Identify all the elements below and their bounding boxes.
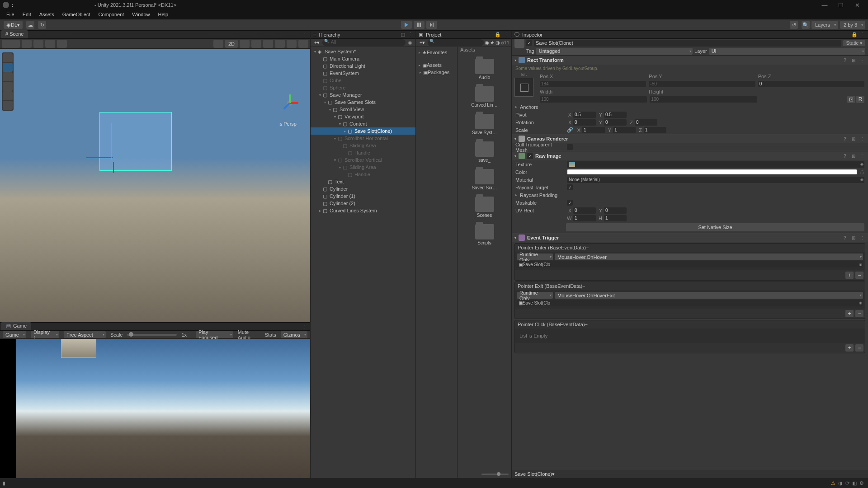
- orientation-gizmo-icon[interactable]: [278, 92, 301, 114]
- preset-icon[interactable]: ⊞: [850, 154, 857, 159]
- rect-tool[interactable]: [3, 91, 13, 100]
- raycast-target-checkbox[interactable]: ✓: [567, 184, 573, 190]
- assets-folder[interactable]: ▸▣ Assets: [417, 61, 456, 69]
- foldout-icon[interactable]: ▾: [514, 58, 516, 62]
- color-field[interactable]: [567, 169, 857, 175]
- gizmo-y-axis-icon[interactable]: [111, 123, 112, 160]
- hierarchy-node[interactable]: ▾◈Save System*: [311, 48, 415, 55]
- maximize-button[interactable]: ☐: [833, 2, 849, 9]
- event-target-field[interactable]: ▣ Save Slot(Clo: [517, 300, 863, 306]
- focus-dropdown[interactable]: Play Focused: [196, 331, 233, 338]
- projection-label[interactable]: ≤ Persp: [279, 121, 297, 127]
- project-folder[interactable]: Curved Lin…: [474, 86, 495, 108]
- status-icon-4[interactable]: ◧: [852, 480, 857, 486]
- project-lock-icon[interactable]: 🔒: [495, 32, 501, 38]
- project-folder[interactable]: Saved Scr…: [474, 169, 495, 190]
- game-viewport[interactable]: [0, 339, 310, 478]
- project-favorite-icon[interactable]: ★: [490, 40, 495, 46]
- 2d-toggle[interactable]: 2D: [225, 40, 238, 48]
- cull-transparent-checkbox[interactable]: [567, 144, 573, 150]
- hierarchy-popout-icon[interactable]: ◫: [401, 32, 405, 38]
- favorites-folder[interactable]: ▸★ Favorites: [417, 49, 456, 56]
- uv-h-field[interactable]: [604, 215, 627, 221]
- texture-field[interactable]: [567, 161, 864, 168]
- hierarchy-node[interactable]: ▾▢Scrollbar Vertical: [311, 156, 415, 164]
- menu-window[interactable]: Window: [128, 11, 153, 18]
- project-hidden-icon[interactable]: ◑: [495, 40, 500, 46]
- add-callback-button[interactable]: +: [845, 310, 854, 317]
- call-state-dropdown[interactable]: Runtime Only: [517, 253, 553, 260]
- help-icon[interactable]: ?: [842, 154, 848, 159]
- menu-help[interactable]: Help: [154, 11, 172, 18]
- preset-icon[interactable]: ⊞: [850, 58, 857, 63]
- camera-dropdown[interactable]: [287, 40, 297, 48]
- hierarchy-menu-icon[interactable]: ⋮: [408, 32, 413, 38]
- foldout-icon[interactable]: ▾: [514, 236, 516, 240]
- cloud-icon[interactable]: ☁: [26, 21, 34, 29]
- preset-icon[interactable]: ⊞: [850, 235, 857, 240]
- packages-folder[interactable]: ▸▣ Packages: [417, 69, 456, 76]
- hidden-toggle[interactable]: [275, 40, 285, 48]
- hierarchy-node[interactable]: ▢Cylinder: [311, 185, 415, 192]
- minimize-button[interactable]: —: [816, 2, 833, 9]
- anchors-foldout[interactable]: Anchors: [520, 104, 569, 110]
- component-menu-icon[interactable]: ⋮: [859, 58, 865, 63]
- project-folder[interactable]: save_: [474, 141, 495, 163]
- stats-toggle[interactable]: Stats: [265, 332, 276, 338]
- component-menu-icon[interactable]: ⋮: [859, 136, 865, 141]
- remove-event-button[interactable]: −: [586, 245, 589, 250]
- scene-tab[interactable]: # Scene: [1, 30, 28, 38]
- pivot-dropdown[interactable]: [22, 40, 32, 48]
- scene-selected-object[interactable]: [99, 112, 172, 171]
- hierarchy-filter-icon[interactable]: ◉: [406, 40, 414, 46]
- raw-mode-button[interactable]: R: [856, 96, 864, 103]
- material-field[interactable]: None (Material): [567, 177, 864, 183]
- menu-gameobject[interactable]: GameObject: [59, 11, 94, 18]
- play-button[interactable]: [401, 21, 412, 29]
- help-icon[interactable]: ?: [842, 136, 848, 141]
- width-field[interactable]: [540, 96, 647, 103]
- audio-toggle[interactable]: [251, 40, 261, 48]
- console-toggle[interactable]: ▮: [3, 480, 5, 486]
- scale-tool[interactable]: [3, 82, 13, 91]
- hierarchy-node[interactable]: ▢Handle: [311, 149, 415, 156]
- hierarchy-node[interactable]: ▢Cylinder (1): [311, 192, 415, 200]
- hierarchy-node[interactable]: ▢Directional Light: [311, 62, 415, 70]
- call-state-dropdown[interactable]: Runtime Only: [517, 292, 553, 299]
- event-target-field[interactable]: ▣ Save Slot(Clo: [517, 261, 863, 267]
- hand-tool[interactable]: [3, 53, 13, 62]
- hierarchy-node[interactable]: ▾▢Content: [311, 120, 415, 127]
- project-menu-icon[interactable]: ⋮: [504, 32, 509, 38]
- gizmo-z-axis-icon[interactable]: [113, 162, 114, 173]
- anchor-preset-button[interactable]: [514, 78, 533, 97]
- uv-w-field[interactable]: [573, 215, 596, 221]
- hierarchy-node[interactable]: ▾▢Scrollbar Horizontal: [311, 135, 415, 142]
- gizmos-dropdown[interactable]: [298, 40, 308, 48]
- uv-x-field[interactable]: [573, 207, 596, 214]
- project-folder[interactable]: Save Syst…: [474, 114, 495, 135]
- remove-callback-button[interactable]: −: [855, 310, 863, 317]
- function-dropdown[interactable]: MouseHover.OnHover: [555, 253, 863, 260]
- hierarchy-node[interactable]: ▢Main Camera: [311, 55, 415, 62]
- rot-x-field[interactable]: [573, 119, 596, 126]
- inspector-lock-icon[interactable]: 🔒: [851, 32, 858, 38]
- layout-dropdown[interactable]: 2 by 3: [840, 21, 865, 29]
- transform-tool[interactable]: [3, 101, 13, 110]
- scale-x-field[interactable]: [582, 127, 605, 133]
- status-icon-5[interactable]: ⚙: [859, 480, 864, 486]
- menu-file[interactable]: File: [3, 11, 18, 18]
- status-icon-2[interactable]: ◑: [838, 480, 843, 486]
- fx-toggle[interactable]: [263, 40, 273, 48]
- height-field[interactable]: [650, 96, 757, 103]
- hierarchy-node[interactable]: ▢Sphere: [311, 84, 415, 91]
- layer-dropdown[interactable]: UI: [709, 48, 865, 55]
- project-folder[interactable]: Scenes: [474, 197, 495, 218]
- display-dropdown[interactable]: Display 1: [31, 331, 59, 338]
- blueprint-mode-button[interactable]: ⊡: [847, 96, 855, 103]
- hierarchy-node[interactable]: ▾▢Viewport: [311, 113, 415, 120]
- function-dropdown[interactable]: MouseHover.OnHoverExit: [555, 292, 863, 299]
- hierarchy-node[interactable]: ▢EventSystem: [311, 70, 415, 77]
- rot-y-field[interactable]: [604, 119, 627, 126]
- set-native-size-button[interactable]: Set Native Size: [566, 223, 864, 231]
- tag-dropdown[interactable]: Untagged: [536, 48, 693, 55]
